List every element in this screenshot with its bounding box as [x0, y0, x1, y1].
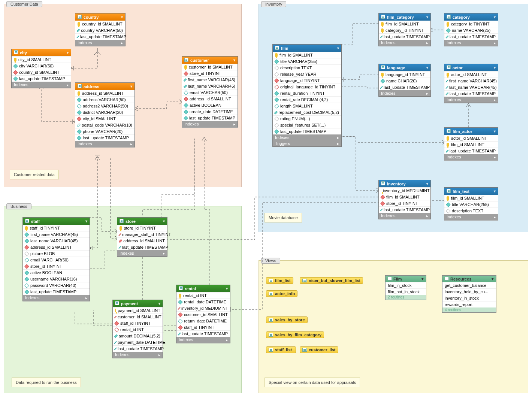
column-row[interactable]: city VARCHAR(50) — [12, 63, 71, 69]
routine-item[interactable]: rewards_report — [442, 301, 496, 307]
entity-film-text[interactable]: film_text▾film_id SMALLINTtitle VARCHAR(… — [444, 187, 498, 220]
column-row[interactable]: password VARCHAR(40) — [23, 282, 90, 288]
column-row[interactable]: payment_id SMALLINT — [113, 307, 163, 313]
column-row[interactable]: store_id TINYINT — [182, 70, 238, 76]
entity-header[interactable]: payment▾ — [113, 300, 163, 307]
entity-language[interactable]: language▾language_id TINYINTname CHAR(20… — [378, 64, 431, 97]
entity-header[interactable]: city▾ — [12, 49, 71, 56]
column-row[interactable]: customer_id SMALLINT — [113, 313, 163, 320]
entity-header[interactable]: film_category▾ — [379, 13, 430, 21]
section-indexes[interactable]: Indexes▸ — [75, 141, 134, 147]
entity-rental[interactable]: rental▾rental_id INTrental_date DATETIME… — [176, 285, 230, 343]
section-indexes[interactable]: Indexes▸ — [444, 40, 498, 46]
view-actor-info[interactable]: actor_info — [266, 290, 297, 297]
column-row[interactable]: store_id TINYINT — [379, 200, 430, 206]
entity-header[interactable]: address▾ — [75, 83, 134, 90]
column-row[interactable]: last_update TIMESTAMP — [182, 115, 238, 121]
column-row[interactable]: phone VARCHAR(20) — [75, 128, 134, 134]
column-row[interactable]: country VARCHAR(50) — [75, 27, 125, 33]
column-row[interactable]: film_id SMALLINT — [379, 21, 430, 27]
column-row[interactable]: first_name VARCHAR(45) — [182, 76, 238, 83]
entity-film-category[interactable]: film_category▾film_id SMALLINTcategory_i… — [378, 13, 431, 46]
section-indexes[interactable]: Indexes▸ — [444, 154, 498, 160]
routine-group-film[interactable]: Film▾ film_in_stock film_not_in_stock 2 … — [385, 275, 426, 300]
column-row[interactable]: address_id SMALLINT — [117, 237, 167, 244]
column-row[interactable]: language_id TINYINT — [379, 71, 430, 78]
column-row[interactable]: customer_id SMALLINT — [182, 64, 238, 70]
entity-header[interactable]: film▾ — [273, 45, 341, 52]
entity-header[interactable]: customer▾ — [182, 57, 238, 64]
column-row[interactable]: film_id SMALLINT — [273, 52, 341, 58]
column-row[interactable]: last_update TIMESTAMP — [444, 33, 498, 40]
column-row[interactable]: last_update TIMESTAMP — [117, 244, 167, 250]
entity-inventory[interactable]: inventory▾inventory_id MEDIUMINTfilm_id … — [378, 180, 431, 219]
entity-film-actor[interactable]: film_actor▾actor_id SMALLINTfilm_id SMAL… — [444, 127, 498, 160]
column-row[interactable]: address_id SMALLINT — [182, 96, 238, 102]
column-row[interactable]: rental_id INT — [113, 326, 163, 333]
column-row[interactable]: last_update TIMESTAMP — [75, 134, 134, 141]
column-row[interactable]: rating ENUM(...) — [273, 115, 341, 122]
column-row[interactable]: manager_staff_id TINYINT — [117, 231, 167, 237]
column-row[interactable]: payment_date DATETIME — [113, 339, 163, 345]
column-row[interactable]: actor_id SMALLINT — [444, 135, 498, 141]
column-row[interactable]: title VARCHAR(255) — [444, 201, 498, 207]
column-row[interactable]: picture BLOB — [23, 250, 90, 257]
entity-header[interactable]: film_text▾ — [444, 188, 498, 195]
entity-film[interactable]: film▾film_id SMALLINTtitle VARCHAR(255)d… — [272, 44, 342, 147]
routine-item[interactable]: get_customer_balance — [442, 282, 496, 288]
view-sales-by-store[interactable]: sales_by_store — [266, 316, 308, 323]
entity-header[interactable]: actor▾ — [444, 64, 498, 71]
entity-actor[interactable]: actor▾actor_id SMALLINTfirst_name VARCHA… — [444, 64, 498, 103]
column-row[interactable]: length SMALLINT — [273, 103, 341, 109]
column-row[interactable]: title VARCHAR(255) — [273, 58, 341, 64]
column-row[interactable]: last_update TIMESTAMP — [176, 330, 230, 337]
column-row[interactable]: last_update TIMESTAMP — [12, 75, 71, 82]
routine-item[interactable]: film_not_in_stock — [386, 288, 426, 295]
column-row[interactable]: last_update TIMESTAMP — [379, 84, 430, 90]
column-row[interactable]: last_update TIMESTAMP — [444, 148, 498, 154]
entity-header[interactable]: inventory▾ — [379, 180, 430, 187]
column-row[interactable]: film_id SMALLINT — [379, 194, 430, 200]
column-row[interactable]: staff_id TINYINT — [176, 324, 230, 330]
view-staff-list[interactable]: staff_list — [266, 346, 296, 353]
entity-header[interactable]: film_actor▾ — [444, 128, 498, 135]
column-row[interactable]: address VARCHAR(50) — [75, 96, 134, 103]
view-customer-list[interactable]: customer_list — [300, 346, 338, 353]
routine-group-resources[interactable]: Resources▾ get_customer_balance inventor… — [442, 275, 496, 313]
section-indexes[interactable]: Indexes▸ — [113, 352, 163, 358]
column-row[interactable]: last_update TIMESTAMP — [379, 206, 430, 213]
column-row[interactable]: language_id TINYINT — [273, 77, 341, 84]
column-row[interactable]: last_name VARCHAR(45) — [23, 237, 90, 244]
entity-header[interactable]: language▾ — [379, 64, 430, 71]
column-row[interactable]: rental_id INT — [176, 292, 230, 298]
column-row[interactable]: rental_rate DECIMAL(4,2) — [273, 96, 341, 103]
column-row[interactable]: last_update TIMESTAMP — [75, 33, 125, 40]
entity-header[interactable]: category▾ — [444, 13, 498, 21]
routine-item[interactable]: inventory_held_by_cu... — [442, 288, 496, 295]
section-indexes[interactable]: Indexes▸ — [117, 250, 167, 256]
column-row[interactable]: rental_date DATETIME — [176, 298, 230, 305]
column-row[interactable]: replacement_cost DECIMAL(5,2) — [273, 109, 341, 115]
column-row[interactable]: last_update TIMESTAMP — [444, 90, 498, 97]
column-row[interactable]: customer_id SMALLINT — [176, 311, 230, 318]
view-nicer-but-slower-film-list[interactable]: nicer_but_slower_film_list — [300, 277, 363, 284]
entity-category[interactable]: category▾category_id TINYINTname VARCHAR… — [444, 13, 498, 46]
column-row[interactable]: category_id TINYINT — [379, 27, 430, 33]
column-row[interactable]: username VARCHAR(16) — [23, 276, 90, 282]
column-row[interactable]: inventory_id MEDIUMINT — [379, 187, 430, 194]
view-sales-by-film-category[interactable]: sales_by_film_category — [266, 331, 324, 338]
section-indexes[interactable]: Indexes▸ — [176, 337, 230, 343]
column-row[interactable]: last_update TIMESTAMP — [379, 33, 430, 40]
entity-staff[interactable]: staff▾staff_id TINYINTfirst_name VARCHAR… — [22, 217, 90, 301]
entity-header[interactable]: country▾ — [75, 13, 125, 21]
column-row[interactable]: amount DECIMAL(5,2) — [113, 333, 163, 339]
entity-country[interactable]: country▾country_id SMALLINTcountry VARCH… — [75, 13, 126, 46]
routine-item[interactable]: film_in_stock — [386, 282, 426, 288]
column-row[interactable]: first_name VARCHAR(45) — [444, 78, 498, 84]
column-row[interactable]: address_id SMALLINT — [75, 90, 134, 96]
routine-item[interactable]: inventory_in_stock — [442, 295, 496, 301]
entity-city[interactable]: city▾city_id SMALLINTcity VARCHAR(50)cou… — [11, 49, 71, 88]
section-indexes[interactable]: Indexes▸ — [379, 213, 430, 219]
column-row[interactable]: address_id SMALLINT — [23, 244, 90, 250]
column-row[interactable]: email VARCHAR(50) — [23, 257, 90, 263]
